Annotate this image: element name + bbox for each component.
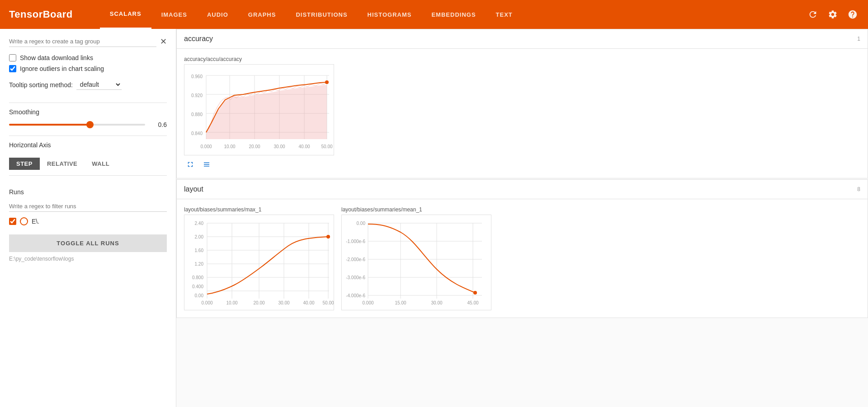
layout-max-chart-svg: 2.40 2.00 1.60 1.20 0.800 0.400 0.00 0.0… [184, 215, 334, 310]
show-download-row: Show data download links [9, 54, 167, 61]
layout-mean-chart-svg: 0.00 -1.000e-6 -2.000e-6 -3.000e-6 -4.00… [342, 215, 491, 310]
layout-chart-mean: layout/biases/summaries/mean_1 0.00 -1.0… [341, 206, 491, 310]
svg-text:0.960: 0.960 [191, 74, 203, 79]
smoothing-slider[interactable] [9, 124, 145, 126]
svg-text:30.00: 30.00 [274, 144, 285, 149]
nav-item-scalars[interactable]: SCALARS [100, 0, 151, 29]
svg-text:0.000: 0.000 [362, 300, 373, 305]
svg-text:1.20: 1.20 [195, 262, 204, 267]
svg-text:1.60: 1.60 [195, 248, 204, 253]
svg-text:-3.000e-6: -3.000e-6 [346, 275, 365, 280]
sidebar: ✕ Show data download links Ignore outlie… [0, 29, 176, 407]
svg-text:0.00: 0.00 [195, 293, 204, 298]
smoothing-row: 0.6 [9, 121, 167, 128]
nav-item-graphs[interactable]: GRAPHS [238, 0, 286, 29]
expand-chart-button[interactable] [184, 158, 197, 171]
svg-text:-2.000e-6: -2.000e-6 [346, 257, 365, 262]
run-item: E\. [9, 217, 167, 225]
svg-text:40.00: 40.00 [298, 144, 310, 149]
run-checkbox[interactable] [9, 218, 16, 225]
accuracy-charts: accuracy/accu/accuracy 0.960 0.920 0.880… [177, 49, 868, 178]
tag-group-input[interactable] [9, 36, 156, 47]
app-body: ✕ Show data download links Ignore outlie… [0, 29, 868, 407]
horizontal-axis-label: Horizontal Axis [9, 141, 167, 149]
section-accuracy-title: accuracy [184, 35, 213, 43]
accuracy-chart-title: accuracy/accu/accuracy [184, 56, 334, 62]
svg-text:10.00: 10.00 [226, 300, 237, 305]
svg-text:0.00: 0.00 [357, 221, 366, 226]
svg-text:2.40: 2.40 [195, 221, 204, 226]
nav-item-embeddings[interactable]: EMBEDDINGS [421, 0, 486, 29]
svg-point-65 [473, 291, 477, 295]
nav-item-distributions[interactable]: DISTRIBUTIONS [286, 0, 357, 29]
smoothing-label: Smoothing [9, 108, 167, 116]
divider-3 [9, 175, 167, 176]
layout-chart-max: layout/biases/summaries/max_1 2.40 2.00 … [184, 206, 334, 310]
runs-label: Runs [9, 188, 167, 196]
svg-text:20.00: 20.00 [249, 144, 260, 149]
svg-text:0.000: 0.000 [200, 144, 212, 149]
tooltip-row: Tooltip sorting method: default ascendin… [9, 80, 167, 90]
svg-text:0.000: 0.000 [201, 300, 212, 305]
svg-text:-4.000e-6: -4.000e-6 [346, 293, 365, 298]
run-color-circle [20, 217, 28, 225]
section-accuracy-count: 1 [857, 36, 860, 42]
clear-icon[interactable]: ✕ [160, 37, 167, 46]
data-download-button[interactable] [200, 158, 213, 171]
axis-buttons: STEPRELATIVEWALL [9, 158, 167, 170]
smoothing-value: 0.6 [151, 121, 167, 128]
accuracy-chart-item: accuracy/accu/accuracy 0.960 0.920 0.880… [184, 56, 334, 171]
section-layout-count: 8 [857, 186, 860, 192]
svg-text:10.00: 10.00 [224, 144, 235, 149]
app-logo: TensorBoard [9, 9, 73, 20]
ignore-outliers-row: Ignore outliers in chart scaling [9, 65, 167, 72]
layout-chart-max-wrapper: 2.40 2.00 1.60 1.20 0.800 0.400 0.00 0.0… [184, 215, 334, 310]
svg-text:0.840: 0.840 [191, 131, 203, 136]
main-content: accuracy 1 accuracy/accu/accuracy 0.960 … [176, 29, 868, 407]
svg-text:15.00: 15.00 [395, 300, 406, 305]
svg-text:0.800: 0.800 [192, 275, 203, 280]
svg-text:2.00: 2.00 [195, 234, 204, 239]
divider-1 [9, 103, 167, 103]
section-layout-header: layout 8 [177, 180, 868, 199]
layout-chart-mean-title: layout/biases/summaries/mean_1 [341, 206, 491, 213]
accuracy-chart-wrapper: 0.960 0.920 0.880 0.840 0.000 10.00 20.0… [184, 64, 334, 155]
accuracy-chart-toolbar [184, 158, 334, 171]
axis-btn-wall[interactable]: WALL [85, 158, 117, 170]
layout-charts: layout/biases/summaries/max_1 2.40 2.00 … [177, 199, 868, 318]
accuracy-chart-svg: 0.960 0.920 0.880 0.840 0.000 10.00 20.0… [184, 65, 334, 155]
help-icon[interactable] [846, 8, 859, 21]
section-accuracy-header: accuracy 1 [177, 29, 868, 49]
refresh-icon[interactable] [807, 8, 819, 21]
ignore-outliers-checkbox[interactable] [9, 65, 16, 72]
nav-item-images[interactable]: IMAGES [151, 0, 197, 29]
axis-btn-step[interactable]: STEP [9, 158, 40, 170]
nav-item-audio[interactable]: AUDIO [197, 0, 238, 29]
nav-item-histograms[interactable]: HISTOGRAMS [358, 0, 422, 29]
filter-runs-input[interactable] [9, 201, 167, 212]
layout-chart-mean-wrapper: 0.00 -1.000e-6 -2.000e-6 -3.000e-6 -4.00… [341, 215, 491, 310]
svg-point-20 [325, 80, 329, 84]
svg-text:30.00: 30.00 [278, 300, 289, 305]
axis-btn-relative[interactable]: RELATIVE [40, 158, 85, 170]
run-name: E\. [32, 218, 39, 225]
svg-text:45.00: 45.00 [467, 300, 478, 305]
main-nav: SCALARSIMAGESAUDIOGRAPHSDISTRIBUTIONSHIS… [100, 0, 807, 29]
tooltip-select[interactable]: default ascending descending nearest [76, 80, 122, 90]
section-layout: layout 8 layout/biases/summaries/max_1 2… [176, 179, 868, 318]
settings-icon[interactable] [826, 8, 839, 21]
show-download-checkbox[interactable] [9, 54, 16, 61]
divider-2 [9, 136, 167, 136]
header-actions [807, 8, 859, 21]
ignore-outliers-label: Ignore outliers in chart scaling [20, 65, 104, 72]
section-layout-title: layout [184, 185, 203, 193]
tooltip-label: Tooltip sorting method: [9, 81, 73, 89]
app-header: TensorBoard SCALARSIMAGESAUDIOGRAPHSDIST… [0, 0, 868, 29]
tag-group-row: ✕ [9, 36, 167, 47]
runs-section: Runs E\. TOGGLE ALL RUNS E:\py_code\tens… [9, 188, 167, 262]
svg-text:20.00: 20.00 [253, 300, 264, 305]
toggle-all-button[interactable]: TOGGLE ALL RUNS [9, 234, 167, 252]
svg-text:50.00: 50.00 [321, 144, 332, 149]
svg-text:0.400: 0.400 [192, 284, 203, 289]
nav-item-text[interactable]: TEXT [486, 0, 523, 29]
